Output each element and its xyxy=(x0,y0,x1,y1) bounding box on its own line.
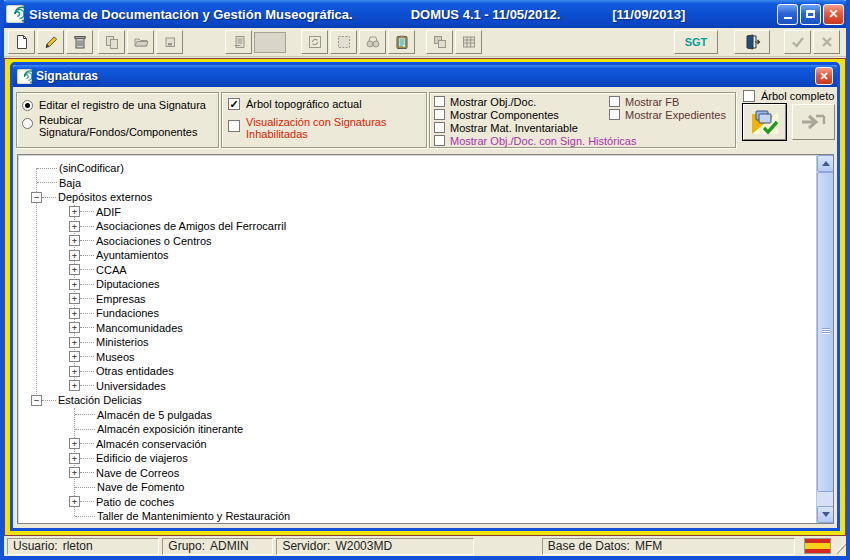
checkbox-icon[interactable] xyxy=(609,109,620,120)
tree-item-label[interactable]: Universidades xyxy=(94,380,168,392)
tree-item-label[interactable]: Estación Delicias xyxy=(56,394,144,406)
export-document-button[interactable] xyxy=(156,30,183,54)
tree-item-label[interactable]: Patio de coches xyxy=(94,496,176,508)
checkbox-mostrar-componentes[interactable]: Mostrar Componentes xyxy=(434,109,609,121)
maximize-button[interactable] xyxy=(800,4,821,25)
tree-item-label[interactable]: CCAA xyxy=(94,264,129,276)
grid-button[interactable] xyxy=(330,30,357,54)
tree-item-label[interactable]: Empresas xyxy=(94,293,148,305)
collapse-minus-icon[interactable]: − xyxy=(31,192,42,203)
layers-button[interactable] xyxy=(426,30,453,54)
tree-item[interactable]: +Asociaciones o Centros xyxy=(18,234,816,249)
exit-button[interactable] xyxy=(734,30,770,54)
tree-item-label[interactable]: Ministerios xyxy=(94,336,151,348)
tree-item[interactable]: +Asociaciones de Amigos del Ferrocarril xyxy=(18,219,816,234)
tree-item-label[interactable]: Mancomunidades xyxy=(94,322,185,334)
tree-item-label[interactable]: Edificio de viajeros xyxy=(94,452,190,464)
scrollbar-thumb[interactable] xyxy=(817,172,834,492)
tree-item[interactable]: +Museos xyxy=(18,350,816,365)
table-button[interactable] xyxy=(455,30,482,54)
radio-editar[interactable]: Editar el registro de una Signatura xyxy=(22,99,213,111)
tree-item-label[interactable]: Baja xyxy=(57,177,83,189)
transfer-arrow-button[interactable] xyxy=(792,104,835,140)
sgt-button[interactable]: SGT xyxy=(674,30,718,54)
expand-plus-icon[interactable]: + xyxy=(69,467,80,478)
tree-item-label[interactable]: Fundaciones xyxy=(94,307,161,319)
expand-plus-icon[interactable]: + xyxy=(69,496,80,507)
collapse-minus-icon[interactable]: − xyxy=(31,395,42,406)
expand-plus-icon[interactable]: + xyxy=(69,279,80,290)
tree-item-label[interactable]: Depósitos externos xyxy=(56,191,154,203)
tree-item-label[interactable]: Taller de Mantenimiento y Restauración xyxy=(95,510,292,522)
expand-plus-icon[interactable]: + xyxy=(69,206,80,217)
tree-item[interactable]: Taller de Mantenimiento y Restauración xyxy=(18,509,816,524)
validate-folder-check-button[interactable] xyxy=(743,104,786,140)
minimize-button[interactable] xyxy=(777,4,798,25)
tree-item[interactable]: −Depósitos externos xyxy=(18,190,816,205)
radio-reubicar[interactable]: Reubicar Signatura/Fondos/Componentes xyxy=(22,114,213,138)
expand-plus-icon[interactable]: + xyxy=(69,250,80,261)
expand-plus-icon[interactable]: + xyxy=(69,322,80,333)
close-button[interactable]: ✕ xyxy=(823,4,844,25)
form-list-button[interactable] xyxy=(225,30,252,54)
expand-plus-icon[interactable]: + xyxy=(69,366,80,377)
tree-item-label[interactable]: Almacén conservación xyxy=(94,438,209,450)
tree-item-label[interactable]: Museos xyxy=(94,351,137,363)
radio-button-icon[interactable] xyxy=(22,100,33,111)
expand-plus-icon[interactable]: + xyxy=(69,264,80,275)
checkbox-mostrar-fb[interactable]: Mostrar FB xyxy=(609,96,731,108)
checkbox-icon[interactable] xyxy=(743,90,755,102)
tree-item[interactable]: Baja xyxy=(18,176,816,191)
checkbox-icon[interactable] xyxy=(609,96,620,107)
dialog-close-button[interactable]: ✕ xyxy=(815,67,833,85)
checkbox-mostrar-expedientes[interactable]: Mostrar Expedientes xyxy=(609,109,731,121)
expand-plus-icon[interactable]: + xyxy=(69,235,80,246)
checkbox-icon[interactable] xyxy=(434,135,445,146)
resize-grip[interactable] xyxy=(831,539,843,553)
tree-item-label[interactable]: Almacén exposición itinerante xyxy=(95,423,245,435)
tree-item-label[interactable]: Asociaciones o Centros xyxy=(94,235,214,247)
checkbox-icon[interactable] xyxy=(434,109,445,120)
clipboard-button[interactable] xyxy=(388,30,415,54)
checkbox-icon[interactable] xyxy=(434,96,445,107)
checkbox-icon[interactable] xyxy=(228,120,240,132)
search-button[interactable] xyxy=(359,30,386,54)
tree-item[interactable]: +Ministerios xyxy=(18,335,816,350)
tree-item[interactable]: +CCAA xyxy=(18,263,816,278)
checkbox-arbol-topografico[interactable]: Árbol topográfico actual xyxy=(228,98,420,110)
tree-item[interactable]: +Edificio de viajeros xyxy=(18,451,816,466)
tree-item-label[interactable]: Asociaciones de Amigos del Ferrocarril xyxy=(94,220,288,232)
copy-button[interactable] xyxy=(98,30,125,54)
scroll-up-button[interactable] xyxy=(817,155,834,172)
tree-item[interactable]: +Fundaciones xyxy=(18,306,816,321)
tree-item[interactable]: +Ayuntamientos xyxy=(18,248,816,263)
expand-plus-icon[interactable]: + xyxy=(69,453,80,464)
expand-plus-icon[interactable]: + xyxy=(69,337,80,348)
tree-item-label[interactable]: Otras entidades xyxy=(94,365,176,377)
confirm-button[interactable] xyxy=(784,30,811,54)
expand-plus-icon[interactable]: + xyxy=(69,438,80,449)
checkbox-icon[interactable] xyxy=(434,122,445,133)
radio-button-icon[interactable] xyxy=(22,118,33,129)
tree-item-label[interactable]: Ayuntamientos xyxy=(94,249,171,261)
tree-item-label[interactable]: Diputaciones xyxy=(94,278,162,290)
tree-item[interactable]: +Diputaciones xyxy=(18,277,816,292)
tree-item[interactable]: +Universidades xyxy=(18,379,816,394)
tree-item[interactable]: Almacén de 5 pulgadas xyxy=(18,408,816,423)
tree-item[interactable]: Nave de Fomento xyxy=(18,480,816,495)
tree-item[interactable]: +Empresas xyxy=(18,292,816,307)
tree-item-label[interactable]: Almacén de 5 pulgadas xyxy=(95,409,214,421)
expand-plus-icon[interactable]: + xyxy=(69,380,80,391)
tree-item[interactable]: +Almacén conservación xyxy=(18,437,816,452)
tree-item[interactable]: Almacén exposición itinerante xyxy=(18,422,816,437)
expand-plus-icon[interactable]: + xyxy=(69,293,80,304)
tree-item-label[interactable]: Nave de Correos xyxy=(94,467,181,479)
checkbox-checked-icon[interactable] xyxy=(228,98,240,110)
edit-button[interactable] xyxy=(37,30,64,54)
tree-item[interactable]: (sinCodificar) xyxy=(18,161,816,176)
tree-item[interactable]: +ADIF xyxy=(18,205,816,220)
tree-item[interactable]: +Otras entidades xyxy=(18,364,816,379)
tree-item-label[interactable]: ADIF xyxy=(94,206,123,218)
vertical-scrollbar[interactable] xyxy=(816,155,833,523)
tree-item-label[interactable]: (sinCodificar) xyxy=(57,162,126,174)
